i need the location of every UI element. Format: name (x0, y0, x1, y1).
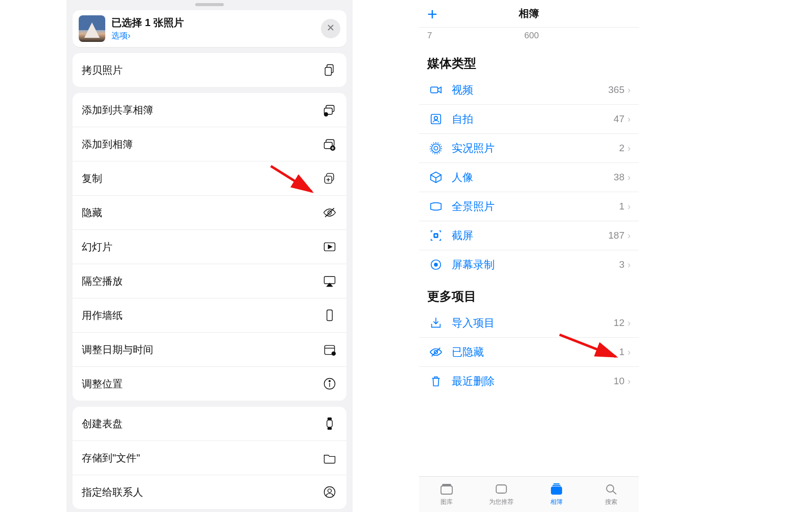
chevron-right-icon: › (628, 318, 631, 329)
row-label: 隔空播放 (82, 274, 123, 288)
row-adjust-location[interactable]: 调整位置 (73, 367, 346, 401)
svg-point-17 (329, 380, 331, 382)
row-adjust-datetime[interactable]: 调整日期与时间 (73, 333, 346, 367)
row-label: 导入项目 (452, 316, 614, 330)
svg-point-26 (432, 144, 440, 153)
svg-rect-35 (443, 484, 451, 485)
row-assign-contact[interactable]: 指定给联系人 (73, 475, 346, 509)
add-album-icon (322, 136, 337, 152)
row-save-to-files[interactable]: 存储到"文件" (73, 441, 346, 475)
row-label: 调整日期与时间 (82, 343, 153, 357)
row-label: 指定给联系人 (82, 485, 143, 499)
tab-label: 相簿 (550, 498, 563, 506)
row-label: 调整位置 (82, 377, 123, 391)
tab-label: 为您推荐 (489, 498, 514, 506)
row-airplay[interactable]: 隔空播放 (73, 264, 346, 298)
row-selfies[interactable]: 自拍 47 › (419, 105, 639, 134)
svg-rect-37 (551, 487, 562, 494)
selfie-icon (427, 112, 445, 126)
chevron-right-icon: › (628, 201, 631, 212)
livephoto-icon (427, 142, 445, 155)
eye-slash-icon (427, 345, 445, 359)
svg-point-27 (434, 146, 437, 150)
plus-icon: + (427, 4, 437, 24)
row-create-watchface[interactable]: 创建表盘 (73, 407, 346, 441)
svg-point-25 (434, 117, 438, 120)
copy-doc-icon (322, 62, 337, 78)
svg-rect-24 (431, 114, 441, 124)
chevron-right-icon: › (628, 230, 631, 241)
tab-label: 搜索 (605, 498, 617, 506)
eye-slash-icon (322, 205, 337, 220)
record-icon (427, 258, 445, 271)
close-icon (326, 23, 335, 35)
trash-icon (427, 375, 445, 388)
partial-count-left: 7 (427, 31, 524, 41)
partial-count-right: 600 (524, 31, 539, 41)
row-wallpaper[interactable]: 用作墙纸 (73, 298, 346, 333)
row-count: 365 (608, 84, 624, 96)
airplay-icon (322, 273, 337, 289)
svg-rect-1 (325, 67, 331, 76)
row-label: 视频 (452, 83, 608, 97)
row-hide[interactable]: 隐藏 (73, 196, 346, 230)
row-portraits[interactable]: 人像 38 › (419, 163, 639, 192)
svg-rect-18 (327, 420, 333, 427)
row-screen-recordings[interactable]: 屏幕录制 3 › (419, 250, 639, 279)
svg-point-30 (435, 235, 437, 237)
row-videos[interactable]: 视频 365 › (419, 76, 639, 105)
sheet-grabber[interactable] (195, 3, 224, 6)
row-duplicate[interactable]: 复制 (73, 161, 346, 196)
chevron-right-icon: › (628, 347, 631, 358)
svg-point-22 (328, 489, 332, 493)
library-icon (439, 483, 454, 497)
tab-albums[interactable]: 相簿 (529, 477, 584, 512)
tab-for-you[interactable]: 为您推荐 (474, 477, 529, 512)
nav-title: 相簿 (519, 7, 539, 20)
row-live-photos[interactable]: 实况照片 2 › (419, 134, 639, 163)
row-label: 自拍 (452, 112, 614, 126)
row-add-album[interactable]: 添加到相簿 (73, 127, 346, 161)
share-group-1: 添加到共享相簿 添加到相簿 复制 隐藏 幻灯片 (73, 93, 346, 401)
row-label: 创建表盘 (82, 417, 123, 431)
phone-rect-icon (322, 308, 337, 323)
row-label: 添加到共享相簿 (82, 103, 153, 117)
share-options-link[interactable]: 选项› (111, 31, 321, 41)
row-count: 47 (614, 113, 624, 125)
search-icon (604, 483, 618, 497)
row-label: 截屏 (452, 228, 608, 243)
for-you-icon (494, 483, 508, 497)
share-sheet-screen: 已选择 1 张照片 选项› 拷贝照片 添加到共享相簿 添加到相 (66, 0, 353, 512)
screenshot-icon (427, 229, 445, 242)
share-options-label: 选项 (111, 31, 128, 40)
svg-rect-20 (328, 428, 332, 430)
row-copy-photo[interactable]: 拷贝照片 (73, 53, 346, 87)
chevron-right-icon: › (628, 376, 631, 387)
chevron-right-icon: › (628, 114, 631, 125)
tab-search[interactable]: 搜索 (584, 477, 639, 512)
share-title: 已选择 1 张照片 (111, 16, 321, 30)
svg-point-40 (607, 485, 614, 492)
row-label: 已隐藏 (452, 345, 619, 359)
row-add-shared-album[interactable]: 添加到共享相簿 (73, 93, 346, 127)
row-count: 3 (619, 259, 624, 270)
svg-rect-19 (328, 418, 332, 420)
svg-rect-39 (553, 483, 560, 484)
tab-bar: 图库 为您推荐 相簿 搜索 (419, 476, 639, 512)
row-hidden[interactable]: 已隐藏 1 › (419, 338, 639, 367)
row-count: 187 (608, 230, 624, 241)
panorama-icon (427, 200, 445, 213)
row-recently-deleted[interactable]: 最近删除 10 › (419, 367, 639, 395)
row-panoramas[interactable]: 全景照片 1 › (419, 192, 639, 221)
row-label: 复制 (82, 172, 102, 185)
tab-library[interactable]: 图库 (419, 477, 474, 512)
share-header: 已选择 1 张照片 选项› (73, 10, 346, 47)
row-slideshow[interactable]: 幻灯片 (73, 230, 346, 264)
add-album-button[interactable]: + (427, 5, 437, 22)
row-screenshots[interactable]: 截屏 187 › (419, 221, 639, 250)
row-imports[interactable]: 导入项目 12 › (419, 309, 639, 338)
row-label: 添加到相簿 (82, 137, 133, 151)
close-button[interactable] (321, 19, 340, 38)
albums-screen: + 相簿 7 600 媒体类型 视频 365 › 自拍 47 › 实况照片 2 … (419, 0, 639, 512)
video-icon (427, 83, 445, 97)
